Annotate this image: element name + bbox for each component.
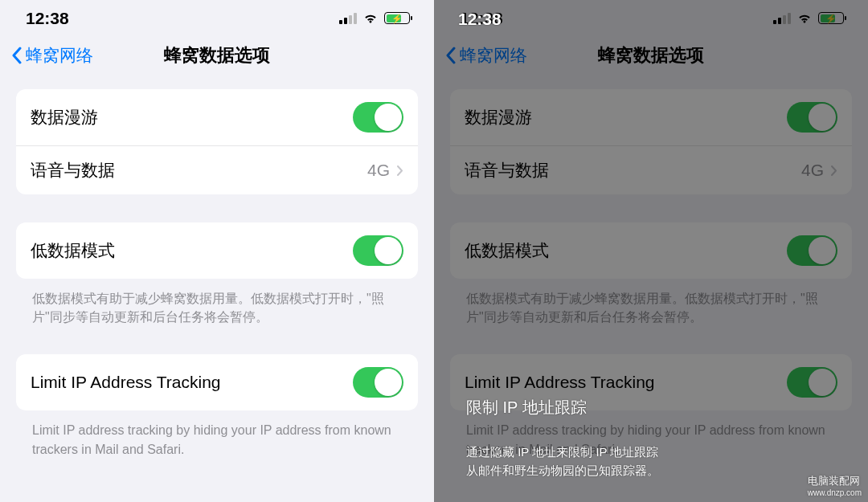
- tooltip-title: 限制 IP 地址跟踪: [466, 397, 587, 418]
- back-button[interactable]: 蜂窝网络: [445, 44, 527, 67]
- phone-right: 12:38 ⚡ 蜂窝网络 蜂窝数据选项 数据漫游 语音与数据 4G 低数据模式: [434, 0, 868, 502]
- section-footer: 低数据模式有助于减少蜂窝数据用量。低数据模式打开时，"照片"同步等自动更新和后台…: [450, 283, 852, 326]
- battery-icon: ⚡: [384, 12, 410, 24]
- page-title: 蜂窝数据选项: [598, 43, 704, 67]
- row-low-data-mode[interactable]: 低数据模式: [450, 222, 852, 279]
- tooltip-time: 12:38: [458, 10, 502, 29]
- signal-icon: [339, 12, 357, 24]
- section-footer: 低数据模式有助于减少蜂窝数据用量。低数据模式打开时，"照片"同步等自动更新和后台…: [16, 283, 418, 326]
- section-network: 数据漫游 语音与数据 4G: [16, 89, 418, 194]
- chevron-left-icon: [445, 47, 456, 64]
- page-title: 蜂窝数据选项: [164, 43, 270, 67]
- chevron-left-icon: [11, 47, 22, 64]
- row-data-roaming[interactable]: 数据漫游: [16, 89, 418, 145]
- chevron-right-icon: [830, 165, 837, 177]
- status-time: 12:38: [26, 9, 69, 28]
- chevron-right-icon: [396, 165, 403, 177]
- back-button[interactable]: 蜂窝网络: [11, 44, 93, 67]
- status-icons: ⚡: [773, 12, 844, 24]
- wifi-icon: [362, 12, 379, 24]
- row-value: 4G: [801, 161, 837, 180]
- toggle-low-data-mode[interactable]: [787, 235, 837, 266]
- row-label: 语音与数据: [465, 159, 549, 182]
- toggle-low-data-mode[interactable]: [353, 235, 403, 266]
- toggle-limit-ip-tracking[interactable]: [787, 367, 837, 398]
- status-icons: ⚡: [339, 12, 410, 24]
- toggle-data-roaming[interactable]: [353, 102, 403, 133]
- section-network: 数据漫游 语音与数据 4G: [450, 89, 852, 194]
- section-low-data: 低数据模式: [450, 222, 852, 279]
- status-bar: 12:38 ⚡: [0, 0, 434, 36]
- row-label: 数据漫游: [465, 106, 532, 129]
- tooltip-desc: 通过隐藏 IP 地址来限制 IP 地址跟踪 从邮件和野生动物园的已知跟踪器。: [466, 443, 659, 480]
- row-voice-data[interactable]: 语音与数据 4G: [16, 145, 418, 194]
- phone-left: 12:38 ⚡ 蜂窝网络 蜂窝数据选项 数据漫游 语音与数据 4G 低数据模式: [0, 0, 434, 502]
- toggle-limit-ip-tracking[interactable]: [353, 367, 403, 398]
- wifi-icon: [796, 12, 813, 24]
- nav-bar: 蜂窝网络 蜂窝数据选项: [0, 36, 434, 89]
- section-footer: Limit IP address tracking by hiding your…: [16, 414, 418, 458]
- row-voice-data[interactable]: 语音与数据 4G: [450, 145, 852, 194]
- row-label: Limit IP Address Tracking: [31, 373, 221, 392]
- nav-bar: 蜂窝网络 蜂窝数据选项: [434, 36, 868, 89]
- row-value: 4G: [367, 161, 403, 180]
- battery-icon: ⚡: [818, 12, 844, 24]
- row-label: 低数据模式: [465, 239, 549, 262]
- row-label: 数据漫游: [31, 106, 98, 129]
- row-label: 低数据模式: [31, 239, 115, 262]
- section-low-data: 低数据模式: [16, 222, 418, 279]
- row-label: 语音与数据: [31, 159, 115, 182]
- signal-icon: [773, 12, 791, 24]
- watermark: 电脑装配网 www.dnzp.com: [808, 474, 862, 497]
- back-label: 蜂窝网络: [26, 44, 93, 67]
- back-label: 蜂窝网络: [460, 44, 527, 67]
- row-low-data-mode[interactable]: 低数据模式: [16, 222, 418, 279]
- row-limit-ip-tracking[interactable]: Limit IP Address Tracking: [16, 354, 418, 410]
- row-label: Limit IP Address Tracking: [465, 373, 655, 392]
- toggle-data-roaming[interactable]: [787, 102, 837, 133]
- section-limit-ip: Limit IP Address Tracking: [16, 354, 418, 410]
- row-data-roaming[interactable]: 数据漫游: [450, 89, 852, 145]
